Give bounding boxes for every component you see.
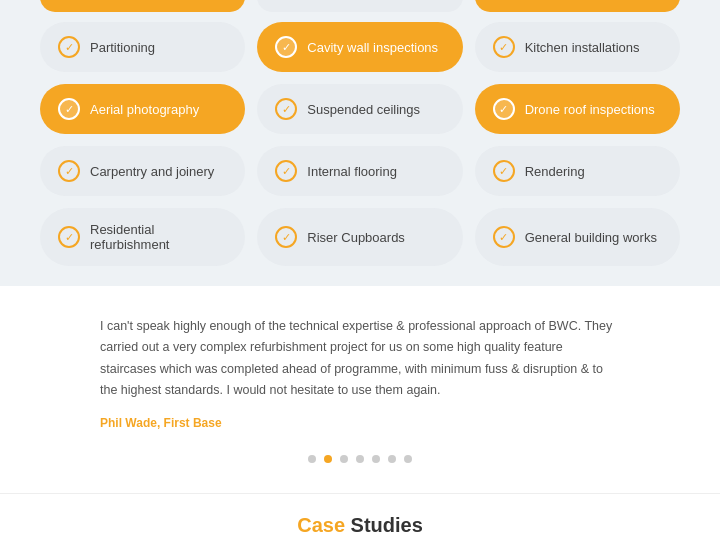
check-icon: ✓ <box>275 226 297 248</box>
service-suspended[interactable]: ✓ Suspended ceilings <box>257 84 462 134</box>
top-partial-row <box>0 0 720 12</box>
service-label: Drone roof inspections <box>525 102 655 117</box>
service-label: Carpentry and joinery <box>90 164 214 179</box>
service-flooring[interactable]: ✓ Internal flooring <box>257 146 462 196</box>
case-studies-title: Case Studies <box>40 514 680 537</box>
dot-7[interactable] <box>404 455 412 463</box>
testimonial-text: I can't speak highly enough of the techn… <box>100 316 620 401</box>
service-label: Partitioning <box>90 40 155 55</box>
top-chip-3 <box>475 0 680 12</box>
service-riser[interactable]: ✓ Riser Cupboards <box>257 208 462 266</box>
service-label: General building works <box>525 230 657 245</box>
service-label: Cavity wall inspections <box>307 40 438 55</box>
service-residential[interactable]: ✓ Residential refurbishment <box>40 208 245 266</box>
service-label: Rendering <box>525 164 585 179</box>
check-icon: ✓ <box>58 36 80 58</box>
check-icon: ✓ <box>493 98 515 120</box>
top-chip-2 <box>257 0 462 12</box>
check-icon: ✓ <box>493 226 515 248</box>
dot-6[interactable] <box>388 455 396 463</box>
check-icon: ✓ <box>275 160 297 182</box>
service-label: Riser Cupboards <box>307 230 405 245</box>
service-kitchen[interactable]: ✓ Kitchen installations <box>475 22 680 72</box>
service-carpentry[interactable]: ✓ Carpentry and joinery <box>40 146 245 196</box>
service-label: Aerial photography <box>90 102 199 117</box>
dot-2[interactable] <box>324 455 332 463</box>
case-studies-section: Case Studies <box>0 493 720 540</box>
service-rendering[interactable]: ✓ Rendering <box>475 146 680 196</box>
services-grid: ✓ Partitioning ✓ Cavity wall inspections… <box>40 22 680 266</box>
service-label: Residential refurbishment <box>90 222 227 252</box>
service-partitioning[interactable]: ✓ Partitioning <box>40 22 245 72</box>
case-studies-rest: Studies <box>345 514 423 536</box>
service-aerial[interactable]: ✓ Aerial photography <box>40 84 245 134</box>
dot-4[interactable] <box>356 455 364 463</box>
check-icon: ✓ <box>493 36 515 58</box>
services-section: ✓ Partitioning ✓ Cavity wall inspections… <box>0 12 720 286</box>
testimonial-author[interactable]: Phil Wade, First Base <box>100 416 222 430</box>
pagination-dots <box>100 455 620 463</box>
check-icon: ✓ <box>493 160 515 182</box>
service-label: Suspended ceilings <box>307 102 420 117</box>
top-chip-1 <box>40 0 245 12</box>
check-icon: ✓ <box>275 98 297 120</box>
check-icon: ✓ <box>58 98 80 120</box>
service-label: Kitchen installations <box>525 40 640 55</box>
service-general[interactable]: ✓ General building works <box>475 208 680 266</box>
case-studies-highlight: Case <box>297 514 345 536</box>
check-icon: ✓ <box>275 36 297 58</box>
dot-5[interactable] <box>372 455 380 463</box>
service-drone[interactable]: ✓ Drone roof inspections <box>475 84 680 134</box>
testimonial-section: I can't speak highly enough of the techn… <box>0 286 720 493</box>
service-label: Internal flooring <box>307 164 397 179</box>
service-cavity-wall[interactable]: ✓ Cavity wall inspections <box>257 22 462 72</box>
dot-1[interactable] <box>308 455 316 463</box>
check-icon: ✓ <box>58 226 80 248</box>
dot-3[interactable] <box>340 455 348 463</box>
check-icon: ✓ <box>58 160 80 182</box>
